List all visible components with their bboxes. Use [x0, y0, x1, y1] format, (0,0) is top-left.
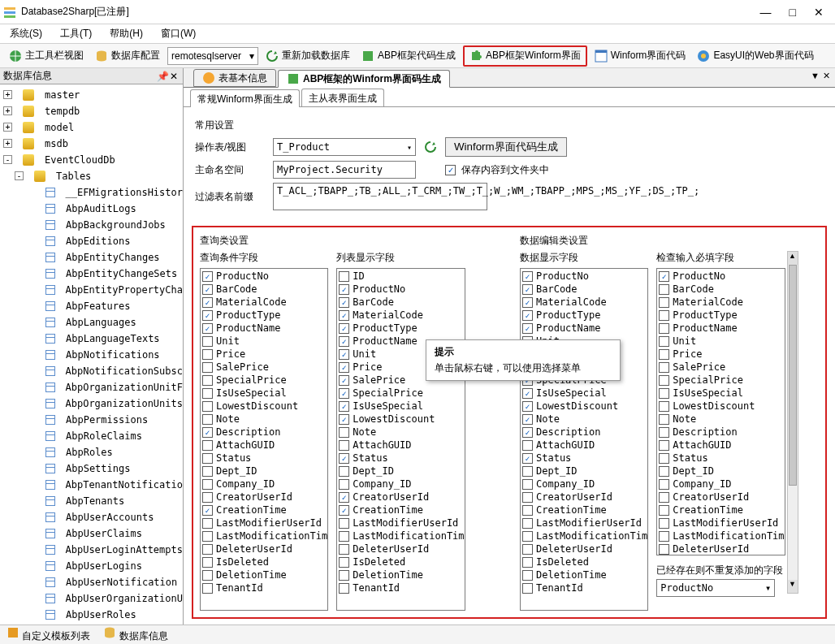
checkbox[interactable]: [659, 505, 669, 516]
maximize-button[interactable]: □: [790, 6, 796, 19]
checklist-item[interactable]: DeleterUserId: [201, 542, 327, 555]
checkbox[interactable]: [659, 427, 669, 438]
tree-item[interactable]: AbpEntityChangeSets: [0, 267, 183, 279]
checkbox[interactable]: [659, 492, 669, 503]
checklist-item[interactable]: ✓Description: [521, 426, 647, 439]
checklist-item[interactable]: SpecialPrice: [201, 374, 327, 387]
checkbox-save-folder[interactable]: ✓ 保存内容到文件夹中: [445, 163, 549, 177]
menu-item[interactable]: 窗口(W): [161, 27, 196, 41]
checkbox[interactable]: [659, 336, 669, 347]
checkbox[interactable]: ✓: [339, 336, 349, 347]
checkbox[interactable]: ✓: [339, 453, 349, 464]
checkbox[interactable]: [522, 518, 533, 529]
checklist-item[interactable]: CreatorUserId: [201, 491, 327, 504]
checklist-item[interactable]: LastModificationTim: [201, 529, 327, 542]
checkbox[interactable]: [202, 557, 213, 568]
checklist-item[interactable]: LastModifierUserId: [337, 516, 464, 529]
checklist-item[interactable]: ✓IsUseSpecial: [521, 387, 647, 400]
menu-item[interactable]: 系统(S): [10, 27, 42, 41]
expand-icon[interactable]: -: [3, 155, 12, 164]
tree-item[interactable]: AbpEntityPropertyCha: [0, 283, 183, 296]
tree-item[interactable]: +msdb: [0, 137, 183, 149]
checklist-item[interactable]: ✓Status: [521, 452, 647, 465]
checkbox[interactable]: [659, 466, 669, 477]
expand-icon[interactable]: +: [3, 106, 12, 115]
tree-item[interactable]: AbpUserClaims: [0, 527, 183, 539]
checkbox[interactable]: [202, 466, 213, 477]
checklist-display-fields[interactable]: ID✓ProductNo✓BarCode✓MaterialCode✓Produc…: [336, 268, 465, 611]
checkbox[interactable]: ✓: [202, 427, 213, 438]
checkbox[interactable]: [659, 414, 669, 425]
checklist-item[interactable]: ✓SpecialPrice: [337, 387, 464, 400]
checklist-item[interactable]: ✓CreationTime: [337, 504, 464, 516]
checklist-item[interactable]: ✓ProductName: [521, 322, 647, 335]
checkbox[interactable]: ✓: [339, 310, 349, 321]
checklist-item[interactable]: Status: [201, 452, 327, 465]
checkbox[interactable]: ✓: [339, 297, 349, 308]
checkbox[interactable]: [202, 349, 213, 360]
checklist-item[interactable]: Dept_ID: [521, 465, 647, 478]
checklist-item[interactable]: ✓ProductType: [337, 322, 464, 335]
status-templates[interactable]: 自定义模板列表: [6, 626, 90, 643]
checkbox[interactable]: ✓: [202, 310, 213, 321]
checklist-item[interactable]: ✓ProductType: [201, 309, 327, 322]
checklist-item[interactable]: DeleterUserId: [521, 542, 647, 555]
checkbox[interactable]: ✓: [202, 297, 213, 308]
checkbox[interactable]: [339, 557, 349, 568]
checklist-item[interactable]: SalePrice: [657, 361, 784, 374]
tree-item[interactable]: -EventCloudDb: [0, 153, 183, 166]
checklist-item[interactable]: SalePrice: [201, 361, 327, 374]
checkbox[interactable]: [659, 440, 669, 451]
checklist-item[interactable]: DeleterUserId: [337, 542, 464, 555]
checklist-item[interactable]: ✓BarCode: [337, 296, 464, 309]
checkbox[interactable]: [659, 453, 669, 464]
checklist-item[interactable]: ✓BarCode: [521, 283, 647, 296]
checkbox[interactable]: [522, 505, 533, 516]
refresh-icon[interactable]: [424, 140, 437, 153]
checkbox[interactable]: ✓: [339, 414, 349, 425]
checklist-item[interactable]: Note: [337, 426, 464, 439]
checklist-item[interactable]: ✓ProductName: [201, 322, 327, 335]
checklist-item[interactable]: LastModifierUserId: [657, 516, 784, 529]
expand-icon[interactable]: -: [15, 171, 24, 180]
tree-item[interactable]: AbpTenantNotificatio: [0, 478, 183, 491]
checkbox[interactable]: ✓: [522, 323, 533, 334]
checkbox[interactable]: [659, 375, 669, 386]
checkbox[interactable]: [522, 492, 533, 503]
checkbox[interactable]: [659, 349, 669, 360]
checkbox[interactable]: ✓: [202, 271, 213, 282]
checkbox[interactable]: [339, 570, 349, 581]
checklist-item[interactable]: ✓Note: [521, 413, 647, 426]
checkbox[interactable]: [522, 466, 533, 477]
expand-icon[interactable]: +: [3, 139, 12, 148]
checklist-item[interactable]: Description: [657, 426, 784, 439]
button-generate[interactable]: Winform界面代码生成: [445, 137, 567, 157]
checkbox[interactable]: [522, 531, 533, 542]
checklist-item[interactable]: DeletionTime: [337, 568, 464, 581]
tree-item[interactable]: AbpFeatures: [0, 300, 183, 312]
checkbox[interactable]: [659, 401, 669, 412]
toolbar-main-view[interactable]: 主工具栏视图: [5, 46, 88, 66]
checkbox[interactable]: [339, 440, 349, 451]
checklist-item[interactable]: CreationTime: [521, 504, 647, 516]
tree-item[interactable]: AbpOrganizationUnitF: [0, 381, 183, 393]
checklist-item[interactable]: Dept_ID: [337, 465, 464, 478]
checklist-item[interactable]: Status: [657, 452, 784, 465]
checkbox[interactable]: ✓: [659, 271, 669, 282]
checkbox[interactable]: [202, 583, 213, 594]
checklist-item[interactable]: ✓ProductNo: [337, 283, 464, 296]
checkbox[interactable]: [202, 518, 213, 529]
checkbox[interactable]: ✓: [522, 310, 533, 321]
checklist-item[interactable]: DeleterUserId: [657, 542, 784, 555]
checkbox[interactable]: ✓: [339, 362, 349, 373]
checklist-item[interactable]: ✓MaterialCode: [201, 296, 327, 309]
checkbox[interactable]: [659, 297, 669, 308]
toolbar-easyui[interactable]: EasyUI的Web界面代码: [693, 46, 817, 66]
checklist-item[interactable]: BarCode: [657, 283, 784, 296]
checkbox[interactable]: ✓: [522, 271, 533, 282]
checklist-item[interactable]: ✓ProductNo: [657, 270, 784, 283]
checklist-query-fields[interactable]: ✓ProductNo✓BarCode✓MaterialCode✓ProductT…: [200, 268, 328, 611]
tree-item[interactable]: AbpPermissions: [0, 413, 183, 426]
checkbox[interactable]: [202, 440, 213, 451]
checkbox[interactable]: ✓: [202, 323, 213, 334]
